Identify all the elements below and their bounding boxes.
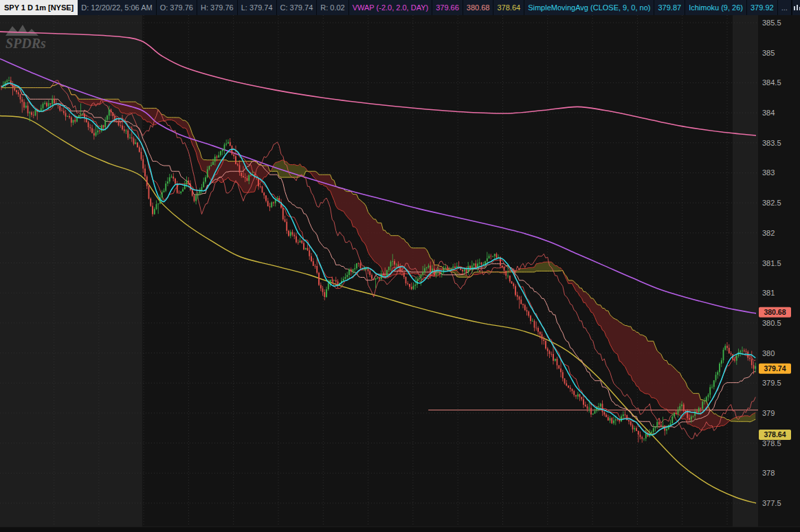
svg-text:378.64: 378.64 (764, 430, 786, 439)
study-vwap-value: 379.66 (432, 0, 463, 15)
chart-canvas[interactable]: SPDRs385.5385384.5384383.5383382.5382381… (0, 15, 800, 532)
mini-candles-icon (792, 3, 800, 12)
svg-text:378: 378 (762, 469, 775, 477)
svg-text:379.5: 379.5 (762, 379, 781, 387)
open-field: O: 379.76 (157, 0, 197, 15)
study-vwap-label[interactable]: VWAP (-2.0, 2.0, DAY) (349, 0, 432, 15)
high-field: H: 379.76 (197, 0, 238, 15)
axis-price-badge: 378.64 (759, 430, 791, 440)
app-window: SPY 1 D 1m [NYSE] D: 12/20/22, 5:06 AM O… (0, 0, 800, 532)
axis-price-badge: 379.74 (759, 364, 791, 374)
svg-text:382: 382 (762, 229, 775, 237)
close-field: C: 379.74 (277, 0, 318, 15)
svg-text:383.5: 383.5 (762, 139, 781, 147)
svg-text:379: 379 (762, 409, 775, 417)
study-vwap-lower-value: 378.64 (493, 0, 524, 15)
time-scrollbar[interactable] (0, 527, 800, 532)
price-axis-background (758, 15, 800, 532)
scrollbar-divider (0, 527, 800, 527)
svg-text:378.5: 378.5 (762, 439, 781, 447)
low-field: L: 379.74 (238, 0, 277, 15)
chart-style-icon[interactable] (792, 0, 800, 15)
svg-text:380.68: 380.68 (764, 308, 786, 316)
study-ichimoku-value: 379.92 (747, 0, 778, 15)
svg-text:381.5: 381.5 (762, 259, 781, 267)
date-field: D: 12/20/22, 5:06 AM (78, 0, 156, 15)
svg-text:385: 385 (762, 49, 775, 57)
svg-text:SPDRs: SPDRs (5, 36, 46, 51)
svg-text:382.5: 382.5 (762, 199, 781, 207)
svg-text:384: 384 (762, 109, 775, 117)
study-sma-value: 379.87 (654, 0, 685, 15)
svg-text:379.74: 379.74 (764, 364, 786, 373)
axis-price-badge: 380.68 (759, 307, 791, 318)
study-ichimoku-label[interactable]: Ichimoku (9, 26) (685, 0, 747, 15)
chart-toolbar: SPY 1 D 1m [NYSE] D: 12/20/22, 5:06 AM O… (0, 0, 800, 15)
study-vwap-upper-value: 380.68 (463, 0, 494, 15)
svg-text:385.5: 385.5 (762, 19, 781, 27)
svg-text:384.5: 384.5 (762, 78, 781, 87)
svg-text:380.5: 380.5 (762, 319, 781, 327)
svg-text:381: 381 (762, 289, 775, 297)
study-sma-label[interactable]: SimpleMovingAvg (CLOSE, 9, 0, no) (524, 0, 654, 15)
svg-text:377.5: 377.5 (762, 499, 781, 507)
svg-text:380: 380 (762, 349, 775, 357)
session-band (733, 15, 758, 532)
studies-overflow[interactable]: ... (778, 0, 792, 15)
range-field: R: 0.02 (317, 0, 348, 15)
symbol-chip[interactable]: SPY 1 D 1m [NYSE] (0, 0, 78, 15)
svg-text:383: 383 (762, 168, 775, 177)
